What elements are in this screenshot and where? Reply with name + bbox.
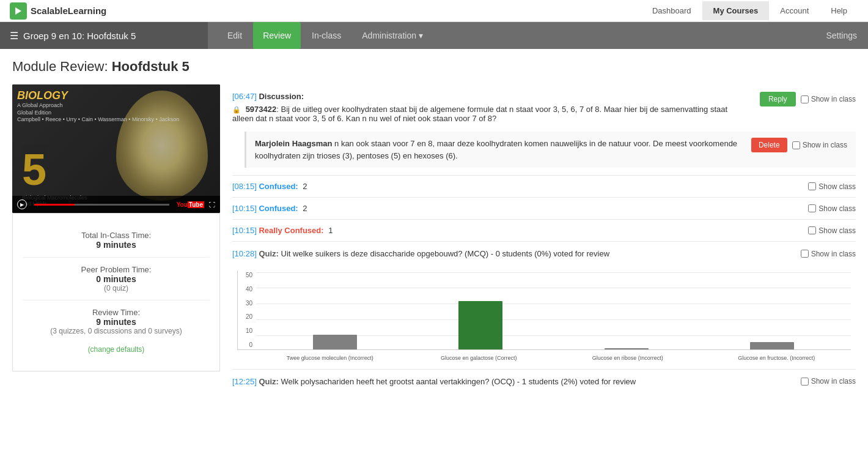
bar-4 bbox=[735, 342, 809, 349]
discussion-timestamp[interactable]: [06:47] bbox=[232, 92, 257, 101]
bar-1-rect bbox=[313, 335, 357, 349]
quiz-2-header: [12:25] Quiz: Welk polysachariden heeft … bbox=[232, 377, 856, 386]
peer-problem-label: Peer Problem Time: bbox=[23, 265, 210, 274]
quiz-2-timestamp[interactable]: [12:25] bbox=[232, 377, 257, 386]
confused-2-timestamp[interactable]: [10:15] bbox=[232, 204, 257, 213]
quiz-1-title: [10:28] Quiz: Uit welke suikers is deze … bbox=[232, 249, 609, 258]
total-inclass-time: Total In-Class Time: 9 minutes bbox=[23, 223, 210, 258]
play-button[interactable]: ▶ bbox=[17, 199, 27, 209]
quiz-1-chart: 50 40 30 20 10 0 bbox=[232, 266, 856, 362]
bar-1 bbox=[298, 335, 372, 349]
quiz-2-text: Welk polysachariden heeft het grootst aa… bbox=[281, 377, 636, 386]
show-in-class-checkbox[interactable] bbox=[801, 95, 809, 103]
peer-problem-sub: (0 quiz) bbox=[23, 284, 210, 293]
confused-1-content: [08:15] Confused: 2 bbox=[232, 182, 307, 191]
confused-1-timestamp[interactable]: [08:15] bbox=[232, 182, 257, 191]
confused-2-count: 2 bbox=[303, 204, 307, 213]
youtube-logo: YouTube bbox=[177, 201, 204, 208]
quiz-section-2: [12:25] Quiz: Welk polysachariden heeft … bbox=[232, 370, 856, 393]
review-time: Review Time: 9 minutes (3 quizzes, 0 dis… bbox=[23, 300, 210, 361]
bar-3-rect bbox=[605, 348, 649, 349]
tab-review[interactable]: Review bbox=[253, 22, 301, 49]
quiz-2-show-class: Show in class bbox=[801, 377, 856, 386]
peer-problem-time: Peer Problem Time: 0 minutes (0 quiz) bbox=[23, 258, 210, 300]
reply-show-in-class-container: Show in class bbox=[792, 141, 847, 149]
lock-icon: 🔒 bbox=[232, 106, 241, 113]
bar-3 bbox=[590, 348, 663, 349]
bar-label-4: Glucose en fructose. (Incorrect) bbox=[702, 355, 851, 362]
page-title-module: Hoofdstuk 5 bbox=[112, 59, 189, 74]
y-label-10: 10 bbox=[246, 327, 252, 334]
quiz-1-show-class-label: Show in class bbox=[811, 250, 856, 258]
youtube-bar: ▶ YouTube ⛶ bbox=[12, 196, 220, 213]
quiz-2-label: Quiz: bbox=[259, 377, 279, 386]
quiz-1-text: Uit welke suikers is deze disaccharide o… bbox=[281, 249, 610, 258]
nav-dashboard[interactable]: Dashboard bbox=[641, 1, 702, 20]
confused-1-count: 2 bbox=[303, 182, 307, 191]
tab-inclass[interactable]: In-class bbox=[302, 22, 351, 49]
really-confused-stat: [10:15] Really Confused: 1 Show class bbox=[232, 220, 856, 242]
fullscreen-button[interactable]: ⛶ bbox=[209, 201, 215, 208]
quiz-2-show-class-label: Show in class bbox=[811, 377, 856, 386]
settings-link[interactable]: Settings bbox=[815, 24, 868, 47]
chapter-number: 5 bbox=[22, 144, 46, 195]
quiz-2-title: [12:25] Quiz: Welk polysachariden heeft … bbox=[232, 377, 636, 386]
nav-my-courses[interactable]: My Courses bbox=[702, 1, 770, 20]
main-content: Module Review: Hoofdstuk 5 BIOLOGY A Glo… bbox=[0, 49, 868, 403]
course-navigation: ☰ Groep 9 en 10: Hoofdstuk 5 Edit Review… bbox=[0, 22, 868, 49]
y-label-50: 50 bbox=[246, 272, 252, 278]
tab-administration[interactable]: Administration ▾ bbox=[352, 22, 433, 49]
tab-edit[interactable]: Edit bbox=[218, 22, 252, 49]
confused-1-label: Confused: bbox=[259, 182, 298, 191]
discussion-question: 🔒 5973422: Bij de uitleg over koolhydrat… bbox=[232, 105, 750, 123]
nav-account[interactable]: Account bbox=[769, 1, 820, 20]
bar-label-2: Glucose en galactose (Correct) bbox=[405, 355, 554, 362]
confused-2-show-class-label: Show class bbox=[818, 204, 856, 213]
bar-2 bbox=[444, 301, 517, 349]
discussion-actions: Reply Show in class bbox=[760, 92, 856, 106]
really-confused-label: Really Confused: bbox=[259, 226, 323, 235]
total-inclass-label: Total In-Class Time: bbox=[23, 231, 210, 240]
delete-button[interactable]: Delete bbox=[751, 138, 787, 152]
show-in-class-label: Show in class bbox=[811, 95, 856, 103]
show-in-class-container: Show in class bbox=[801, 95, 856, 103]
really-confused-timestamp[interactable]: [10:15] bbox=[232, 226, 257, 235]
stats-panel: Total In-Class Time: 9 minutes Peer Prob… bbox=[12, 213, 220, 371]
reply-show-in-class-label: Show in class bbox=[803, 141, 847, 149]
review-time-value: 9 minutes bbox=[23, 317, 210, 327]
quiz-1-timestamp[interactable]: [10:28] bbox=[232, 249, 257, 258]
confused-2-show-class-checkbox[interactable] bbox=[808, 204, 816, 212]
quiz-section-1: [10:28] Quiz: Uit welke suikers is deze … bbox=[232, 242, 856, 370]
course-breadcrumb-icon: ☰ bbox=[10, 30, 18, 42]
video-thumbnail[interactable]: BIOLOGY A Global ApproachGlobal EditionC… bbox=[12, 84, 220, 213]
really-confused-show-class-checkbox[interactable] bbox=[808, 226, 816, 234]
nav-help[interactable]: Help bbox=[820, 1, 858, 20]
confused-2-label: Confused: bbox=[259, 204, 298, 213]
quiz-1-show-class-checkbox[interactable] bbox=[801, 250, 809, 258]
reply-button[interactable]: Reply bbox=[760, 92, 796, 106]
reply-show-in-class-checkbox[interactable] bbox=[792, 141, 800, 149]
reply-block: Marjolein Haagsman n kan ook staan voor … bbox=[245, 132, 856, 168]
svg-marker-0 bbox=[15, 7, 21, 15]
really-confused-show-class-label: Show class bbox=[818, 226, 856, 235]
total-inclass-value: 9 minutes bbox=[23, 240, 210, 250]
discussion-header-content: [06:47] Discussion: 🔒 5973422: Bij de ui… bbox=[232, 92, 750, 125]
bar-label-3: Glucose en ribose (Incorrect) bbox=[553, 355, 702, 362]
confused-1-show-class-checkbox[interactable] bbox=[808, 182, 816, 190]
quiz-2-show-class-checkbox[interactable] bbox=[801, 378, 809, 386]
content-layout: BIOLOGY A Global ApproachGlobal EditionC… bbox=[12, 84, 856, 393]
reply-actions: Delete Show in class bbox=[751, 138, 847, 152]
bar-4-rect bbox=[750, 342, 794, 349]
page-title: Module Review: Hoofdstuk 5 bbox=[12, 59, 856, 75]
video-image: BIOLOGY A Global ApproachGlobal EditionC… bbox=[12, 84, 220, 213]
reply-content: Marjolein Haagsman n kan ook staan voor … bbox=[255, 138, 741, 162]
course-title: Groep 9 en 10: Hoofdstuk 5 bbox=[23, 31, 136, 41]
logo: ScalableLearning bbox=[10, 2, 106, 20]
chart-area: 50 40 30 20 10 0 bbox=[237, 270, 851, 350]
question-id: 5973422 bbox=[246, 105, 277, 114]
change-defaults-link[interactable]: (change defaults) bbox=[88, 345, 145, 354]
video-overlay: BIOLOGY A Global ApproachGlobal EditionC… bbox=[17, 89, 179, 124]
y-label-0: 0 bbox=[249, 341, 252, 348]
top-nav-links: Dashboard My Courses Account Help bbox=[641, 1, 858, 20]
really-confused-count: 1 bbox=[328, 226, 333, 235]
